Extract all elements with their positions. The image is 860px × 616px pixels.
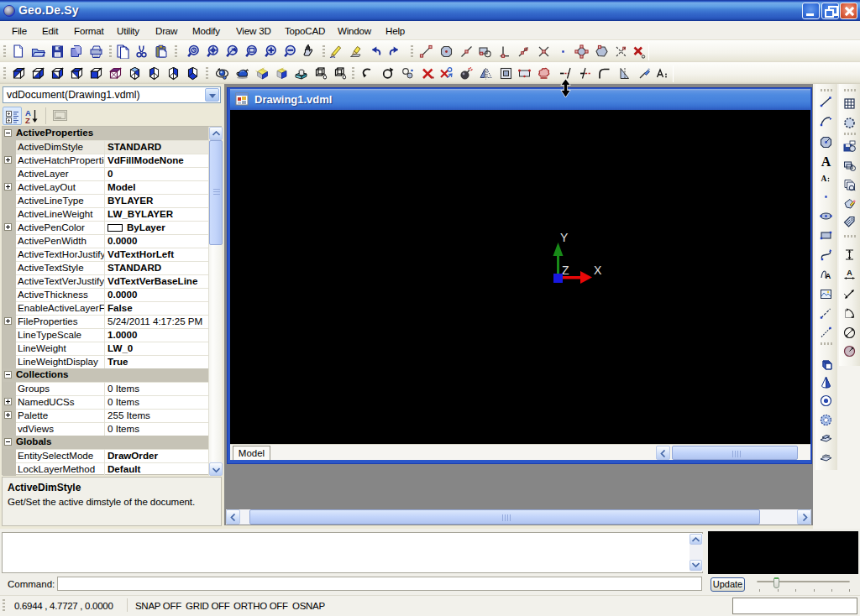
svg-text:A: A	[847, 269, 852, 277]
svg-text:A: A	[826, 272, 831, 280]
svg-text:A: A	[821, 175, 827, 183]
svg-text:Y: Y	[560, 231, 569, 244]
svg-text:Z: Z	[562, 264, 569, 277]
svg-text:Z: Z	[25, 116, 30, 124]
svg-text:A: A	[821, 154, 831, 169]
svg-text:X: X	[594, 264, 602, 277]
